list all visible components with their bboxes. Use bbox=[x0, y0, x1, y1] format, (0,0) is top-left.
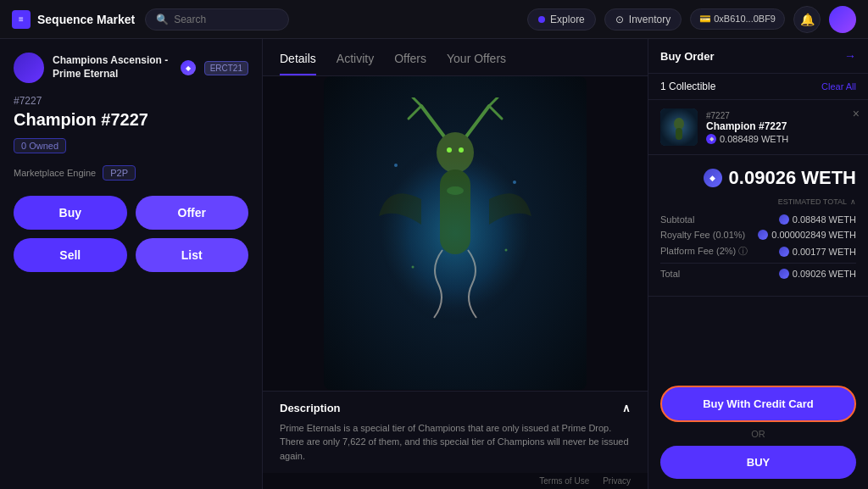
buy-main-button[interactable]: BUY bbox=[660, 446, 856, 479]
offer-button[interactable]: Offer bbox=[136, 196, 249, 230]
collectible-row: 1 Collectible Clear All bbox=[648, 74, 868, 100]
chain-icon: ◆ bbox=[181, 60, 196, 75]
nft-image-area bbox=[263, 76, 648, 391]
svg-point-12 bbox=[394, 164, 398, 167]
platform-value: 0.00177 WETH bbox=[779, 247, 856, 257]
royalty-label: Royalty Fee (0.01%) bbox=[660, 230, 745, 240]
nft-cart-item: #7227 Champion #7227 ◆ 0.088489 WETH × bbox=[648, 100, 868, 155]
subtotal-label: Subtotal bbox=[660, 214, 694, 225]
center-footer: Terms of Use Privacy bbox=[263, 473, 648, 489]
platform-amount: 0.00177 WETH bbox=[793, 247, 856, 257]
description-panel: Description ∧ Prime Eternals is a specia… bbox=[263, 391, 648, 474]
info-icon[interactable]: ⓘ bbox=[738, 246, 748, 256]
description-text: Prime Eternals is a special tier of Cham… bbox=[280, 421, 631, 464]
buy-button[interactable]: Buy bbox=[14, 196, 127, 230]
marketplace-label: Marketplace Engine bbox=[14, 168, 96, 178]
tab-offers[interactable]: Offers bbox=[394, 42, 426, 75]
nft-title: Champion #7227 bbox=[14, 110, 248, 130]
price-total-area: ◆ 0.09026 WETH ESTIMATED TOTAL ∧ Subtota… bbox=[648, 155, 868, 297]
svg-line-1 bbox=[421, 106, 447, 140]
royalty-amount: 0.000002849 WETH bbox=[771, 230, 856, 240]
fee-divider bbox=[660, 263, 856, 264]
logo-area: ≡ Sequence Market bbox=[12, 10, 135, 29]
tab-your-offers[interactable]: Your Offers bbox=[447, 42, 506, 75]
explore-label: Explore bbox=[550, 14, 585, 25]
main-layout: Champions Ascension - Prime Eternal ◆ ER… bbox=[0, 39, 868, 489]
svg-line-4 bbox=[464, 106, 489, 140]
collapse-icon[interactable]: ∧ bbox=[622, 402, 631, 414]
arrow-icon: → bbox=[844, 49, 856, 63]
nft-id: #7227 bbox=[14, 95, 248, 107]
eth-icon-platform bbox=[779, 247, 789, 257]
svg-line-3 bbox=[413, 97, 421, 106]
nft-thumbnail bbox=[660, 108, 698, 146]
eth-icon-total bbox=[779, 269, 789, 279]
svg-point-17 bbox=[674, 118, 684, 130]
tab-details[interactable]: Details bbox=[280, 42, 316, 75]
btn-row-top: Buy Offer bbox=[14, 196, 248, 230]
platform-row: Platform Fee (2%) ⓘ 0.00177 WETH bbox=[660, 245, 856, 258]
avatar-button[interactable] bbox=[829, 6, 856, 33]
right-panel: Buy Order → 1 Collectible Clear All bbox=[648, 39, 868, 489]
clear-all-button[interactable]: Clear All bbox=[821, 81, 856, 92]
weth-total: ◆ 0.09026 WETH bbox=[660, 167, 856, 189]
inventory-icon: ⊙ bbox=[615, 14, 624, 25]
eth-icon-subtotal bbox=[779, 214, 789, 225]
list-button[interactable]: List bbox=[136, 238, 249, 272]
description-title: Description bbox=[280, 402, 341, 414]
svg-rect-18 bbox=[676, 128, 682, 140]
checkout-buttons: Buy With Credit Card OR BUY bbox=[648, 375, 868, 489]
p2p-badge: P2P bbox=[103, 165, 136, 181]
svg-line-6 bbox=[489, 97, 498, 106]
eth-icon-cart: ◆ bbox=[706, 134, 716, 144]
tab-activity[interactable]: Activity bbox=[337, 42, 374, 75]
wallet-button[interactable]: 💳 0xB610...0BF9 bbox=[690, 8, 785, 30]
logo-text: Sequence Market bbox=[37, 13, 135, 26]
inventory-label: Inventory bbox=[629, 14, 670, 25]
royalty-row: Royalty Fee (0.01%) 0.000002849 WETH bbox=[660, 230, 856, 240]
svg-line-5 bbox=[489, 106, 502, 119]
sell-button[interactable]: Sell bbox=[14, 238, 127, 272]
collection-name: Champions Ascension - Prime Eternal bbox=[53, 54, 172, 81]
weth-amount: 0.09026 WETH bbox=[729, 167, 856, 189]
notification-button[interactable]: 🔔 bbox=[793, 6, 821, 33]
platform-label: Platform Fee (2%) ⓘ bbox=[660, 245, 748, 258]
logo-icon: ≡ bbox=[12, 10, 31, 29]
action-buttons: Buy Offer Sell List bbox=[14, 196, 248, 272]
explore-button[interactable]: Explore bbox=[527, 8, 596, 31]
chevron-up-icon: ∧ bbox=[850, 197, 856, 206]
svg-line-2 bbox=[409, 106, 421, 119]
nft-glow bbox=[379, 157, 531, 309]
svg-point-10 bbox=[447, 147, 452, 153]
privacy-link[interactable]: Privacy bbox=[603, 476, 631, 486]
inventory-button[interactable]: ⊙ Inventory bbox=[604, 8, 682, 31]
estimated-text: ESTIMATED TOTAL bbox=[778, 197, 847, 206]
nav-right: Explore ⊙ Inventory 💳 0xB610...0BF9 🔔 bbox=[527, 6, 856, 33]
marketplace-row: Marketplace Engine P2P bbox=[14, 165, 248, 181]
explore-dot bbox=[538, 16, 545, 23]
remove-item-button[interactable]: × bbox=[853, 107, 860, 120]
subtotal-value: 0.08848 WETH bbox=[779, 214, 856, 225]
buy-credit-card-button[interactable]: Buy With Credit Card bbox=[660, 386, 856, 422]
bell-icon: 🔔 bbox=[800, 13, 815, 26]
total-row: Total 0.09026 WETH bbox=[660, 269, 856, 279]
buy-order-header: Buy Order → bbox=[648, 39, 868, 74]
subtotal-amount: 0.08848 WETH bbox=[793, 214, 856, 225]
nft-cart-price-value: 0.088489 WETH bbox=[720, 134, 788, 144]
nft-cart-price: ◆ 0.088489 WETH bbox=[706, 134, 856, 144]
royalty-value: 0.000002849 WETH bbox=[758, 230, 856, 240]
total-amount: 0.09026 WETH bbox=[793, 269, 856, 279]
subtotal-row: Subtotal 0.08848 WETH bbox=[660, 214, 856, 225]
terms-link[interactable]: Terms of Use bbox=[539, 476, 589, 486]
wallet-icon: 💳 bbox=[699, 14, 711, 24]
search-bar[interactable]: 🔍 Search bbox=[145, 8, 289, 31]
nft-cart-name: Champion #7227 bbox=[706, 120, 856, 132]
weth-icon: ◆ bbox=[704, 169, 722, 187]
eth-icon-royalty bbox=[758, 230, 768, 240]
estimated-label: ESTIMATED TOTAL ∧ bbox=[660, 197, 856, 206]
total-value: 0.09026 WETH bbox=[779, 269, 856, 279]
description-header: Description ∧ bbox=[280, 402, 631, 414]
collectible-count: 1 Collectible bbox=[660, 81, 715, 92]
search-placeholder: Search bbox=[174, 14, 206, 25]
topnav: ≡ Sequence Market 🔍 Search Explore ⊙ Inv… bbox=[0, 0, 868, 39]
